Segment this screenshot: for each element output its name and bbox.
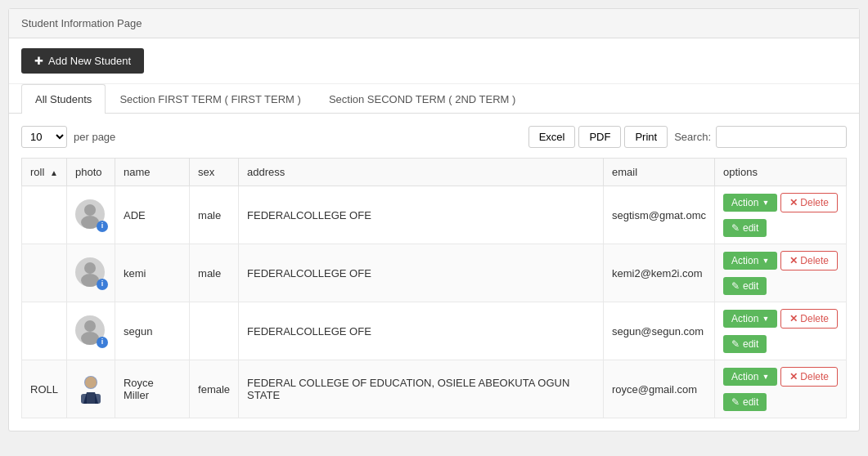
edit-button[interactable]: ✎ edit	[723, 277, 767, 295]
cell-sex	[190, 302, 239, 360]
col-email: email	[603, 159, 714, 186]
search-input[interactable]	[716, 126, 847, 148]
action-button[interactable]: Action ▼	[723, 252, 777, 270]
tab-second-term[interactable]: Section SECOND TERM ( 2ND TERM )	[315, 84, 530, 114]
person-plus-icon: ✚	[34, 55, 43, 67]
cell-roll	[22, 302, 67, 360]
cell-name: Royce Miller	[115, 360, 189, 418]
table-row: i kemimaleFEDERALCOLLEGE OFEkemi2@kem2i.…	[22, 244, 847, 302]
delete-button[interactable]: ✕ Delete	[780, 367, 838, 387]
pencil-icon: ✎	[731, 396, 740, 408]
svg-rect-13	[87, 392, 95, 404]
cell-address: FEDERAL COLLEGE OF EDUCATION, OSIELE ABE…	[239, 360, 604, 418]
pencil-icon: ✎	[731, 280, 740, 292]
action-button[interactable]: Action ▼	[723, 310, 777, 328]
cell-email: royce@gmail.com	[603, 360, 714, 418]
page-wrapper: Student Information Page ✚ Add New Stude…	[8, 8, 860, 431]
export-buttons: Excel PDF Print	[528, 126, 668, 148]
svg-point-4	[84, 262, 96, 274]
per-page-label: per page	[74, 131, 115, 143]
chevron-down-icon: ▼	[762, 373, 769, 381]
col-roll[interactable]: roll ▲	[22, 159, 67, 186]
chevron-down-icon: ▼	[762, 199, 769, 207]
edit-button[interactable]: ✎ edit	[723, 335, 767, 353]
action-button[interactable]: Action ▼	[723, 194, 777, 212]
cell-address: FEDERALCOLLEGE OFE	[239, 302, 604, 360]
cell-options: Action ▼ ✕ Delete ✎ edit	[715, 186, 847, 244]
delete-button[interactable]: ✕ Delete	[780, 251, 838, 270]
tab-all-students[interactable]: All Students	[21, 84, 106, 114]
cell-email: segtism@gmat.omc	[603, 186, 714, 244]
add-new-student-button[interactable]: ✚ Add New Student	[21, 48, 144, 74]
cell-address: FEDERALCOLLEGE OFE	[239, 244, 604, 302]
x-icon: ✕	[789, 255, 798, 266]
pencil-icon: ✎	[731, 338, 740, 350]
col-options: options	[715, 159, 847, 186]
tabs-container: All Students Section FIRST TERM ( FIRST …	[9, 84, 859, 114]
content-area: 10 25 50 100 per page Excel PDF Print Se…	[9, 114, 859, 431]
edit-button[interactable]: ✎ edit	[723, 219, 767, 237]
print-button[interactable]: Print	[624, 126, 668, 148]
cell-options: Action ▼ ✕ Delete ✎ edit	[715, 244, 847, 302]
cell-options: Action ▼ ✕ Delete ✎ edit	[715, 302, 847, 360]
cell-photo: i	[66, 186, 115, 244]
cell-roll	[22, 244, 67, 302]
cell-name: kemi	[115, 244, 189, 302]
search-label: Search:	[674, 131, 711, 143]
excel-button[interactable]: Excel	[528, 126, 576, 148]
svg-point-12	[87, 377, 95, 385]
col-address: address	[239, 159, 604, 186]
col-name: name	[115, 159, 189, 186]
x-icon: ✕	[789, 313, 798, 324]
tab-first-term[interactable]: Section FIRST TERM ( FIRST TERM )	[106, 84, 315, 114]
cell-sex: male	[190, 244, 239, 302]
x-icon: ✕	[789, 371, 798, 382]
col-photo: photo	[66, 159, 115, 186]
cell-name: ADE	[115, 186, 189, 244]
table-row: ROLL Royce MillerfemaleFEDERAL COLLEGE O…	[22, 360, 847, 418]
page-title: Student Information Page	[21, 17, 142, 29]
cell-roll: ROLL	[22, 360, 67, 418]
cell-sex: male	[190, 186, 239, 244]
cell-photo: i	[66, 244, 115, 302]
cell-email: segun@segun.com	[603, 302, 714, 360]
table-row: i segunFEDERALCOLLEGE OFEsegun@segun.com…	[22, 302, 847, 360]
add-button-label: Add New Student	[48, 55, 131, 67]
table-header-row: roll ▲ photo name sex address email opti…	[22, 159, 847, 186]
per-page-control: 10 25 50 100 per page	[21, 126, 115, 148]
toolbar: ✚ Add New Student	[9, 38, 859, 84]
cell-roll	[22, 186, 67, 244]
action-button[interactable]: Action ▼	[723, 368, 777, 386]
svg-point-1	[84, 204, 96, 216]
chevron-down-icon: ▼	[762, 257, 769, 265]
table-controls: 10 25 50 100 per page Excel PDF Print Se…	[21, 126, 847, 148]
cell-options: Action ▼ ✕ Delete ✎ edit	[715, 360, 847, 418]
per-page-select[interactable]: 10 25 50 100	[21, 126, 67, 148]
students-table: roll ▲ photo name sex address email opti…	[21, 158, 847, 418]
x-icon: ✕	[789, 197, 798, 208]
col-sex: sex	[190, 159, 239, 186]
search-box: Search:	[674, 126, 847, 148]
pdf-button[interactable]: PDF	[578, 126, 621, 148]
cell-photo: i	[66, 302, 115, 360]
page-header: Student Information Page	[9, 9, 859, 38]
cell-photo	[66, 360, 115, 418]
cell-address: FEDERALCOLLEGE OFE	[239, 186, 604, 244]
pencil-icon: ✎	[731, 222, 740, 234]
delete-button[interactable]: ✕ Delete	[780, 193, 838, 212]
table-row: i ADEmaleFEDERALCOLLEGE OFEsegtism@gmat.…	[22, 186, 847, 244]
cell-sex: female	[190, 360, 239, 418]
avatar-icon	[75, 373, 106, 404]
sort-arrow-icon: ▲	[50, 168, 58, 177]
cell-name: segun	[115, 302, 189, 360]
edit-button[interactable]: ✎ edit	[723, 393, 767, 411]
chevron-down-icon: ▼	[762, 315, 769, 323]
cell-email: kemi2@kem2i.com	[603, 244, 714, 302]
delete-button[interactable]: ✕ Delete	[780, 309, 838, 329]
svg-point-7	[84, 320, 96, 332]
